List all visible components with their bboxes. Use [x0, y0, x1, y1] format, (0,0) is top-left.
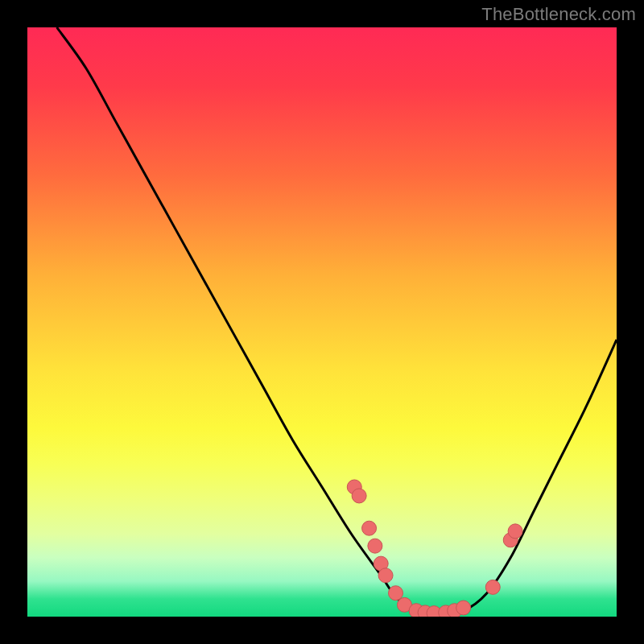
data-point: [352, 489, 366, 503]
data-point: [508, 524, 522, 539]
data-point: [362, 521, 377, 535]
bottleneck-curve: [27, 27, 617, 617]
data-point: [485, 580, 500, 594]
data-point: [378, 568, 393, 583]
data-point: [368, 539, 382, 553]
chart-frame: TheBottleneck.com: [0, 0, 644, 644]
watermark-text: TheBottleneck.com: [481, 4, 636, 25]
data-point: [456, 601, 471, 615]
curve-path: [57, 27, 617, 614]
plot-area: [27, 27, 617, 617]
data-point: [389, 586, 403, 601]
data-points: [347, 480, 522, 617]
